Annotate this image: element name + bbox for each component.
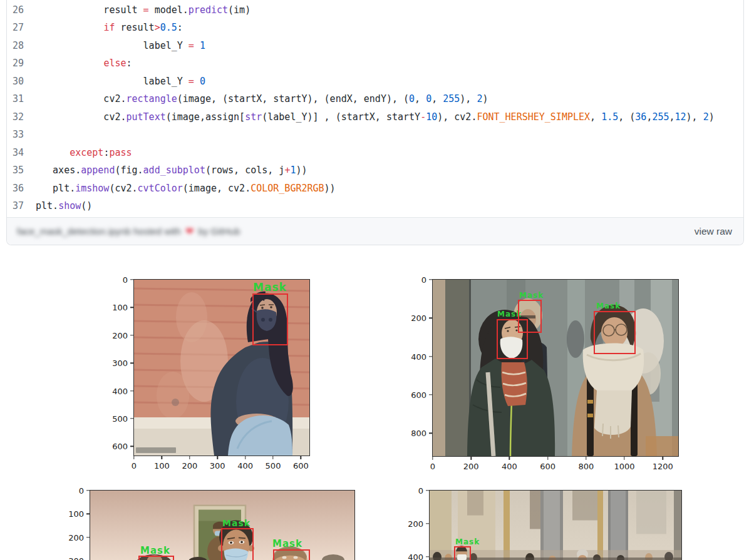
y-tick-mark (130, 390, 134, 391)
y-tick-label: 300 (112, 359, 128, 368)
x-tick-mark (432, 456, 433, 460)
code-line: 30 label_Y = 0 (7, 73, 743, 90)
x-tick-label: 0 (430, 462, 435, 471)
y-tick-mark (426, 556, 430, 557)
y-tick-mark (426, 523, 430, 524)
y-tick-label: 600 (112, 442, 128, 451)
photo-woman-brick-wall: 01002003004005006000100200300400500600Ma… (133, 279, 310, 456)
y-tick-label: 300 (68, 556, 84, 560)
blurred-filename-text: face_mask_detection.ipynb hosted with (17, 226, 181, 237)
line-number: 29 (7, 54, 24, 72)
x-tick-mark (217, 456, 217, 459)
y-tick-label: 600 (411, 390, 426, 399)
x-tick-mark (272, 456, 273, 459)
x-tick-label: 100 (154, 461, 170, 471)
y-tick-label: 0 (418, 486, 423, 496)
code-text: plt.show() (36, 197, 92, 215)
y-tick-label: 0 (123, 275, 128, 285)
detection-label: Mask (519, 292, 544, 299)
photo-gallery-mona-lisa: 0100200300MaskMaskMask (90, 490, 355, 560)
x-tick-label: 600 (540, 462, 555, 471)
code-line: 27 if result>0.5: (7, 19, 743, 36)
detection-label: Mask (253, 282, 287, 293)
x-tick-mark (301, 456, 301, 459)
y-tick-label: 200 (408, 519, 423, 529)
photo-two-women-street: 0200400600800020040060080010001200MaskMa… (432, 279, 679, 457)
line-number: 37 (7, 197, 24, 215)
line-number: 31 (7, 90, 24, 108)
x-tick-mark (470, 456, 471, 460)
code-line: 32 cv2.putText(image,assign[str(label_Y)… (7, 108, 743, 126)
detection-box (594, 311, 636, 354)
detection-box (273, 549, 310, 560)
y-tick-mark (429, 356, 433, 357)
line-number: 26 (7, 1, 24, 19)
y-tick-mark (429, 432, 433, 433)
y-tick-mark (86, 537, 90, 537)
y-tick-label: 800 (411, 429, 426, 438)
y-tick-mark (86, 490, 90, 491)
code-area: 26 result = model.predict(im)27 if resul… (7, 0, 743, 217)
y-tick-mark (130, 279, 134, 280)
y-tick-label: 100 (112, 303, 128, 312)
code-text: cv2.putText(image,assign[str(label_Y)] ,… (36, 108, 715, 126)
y-tick-mark (130, 446, 134, 447)
detection-label: Mask (140, 546, 170, 556)
code-line: 26 result = model.predict(im) (7, 1, 743, 19)
detection-label: Mask (596, 302, 621, 310)
y-tick-label: 400 (408, 552, 423, 560)
y-tick-label: 100 (68, 509, 84, 519)
code-text: if result>0.5: (36, 19, 183, 36)
x-tick-label: 200 (182, 461, 197, 471)
line-number: 33 (7, 126, 24, 143)
x-tick-mark (509, 456, 510, 460)
line-number: 36 (7, 180, 24, 197)
x-tick-label: 0 (132, 461, 137, 471)
y-tick-label: 200 (68, 532, 84, 542)
blurred-byline-text: by GitHub (199, 226, 240, 237)
code-text: plt.imshow(cv2.cvtColor(image, cv2.COLOR… (36, 180, 336, 197)
code-text: else: (36, 54, 132, 72)
code-line: 28 label_Y = 1 (7, 37, 743, 54)
code-line: 34 except:pass (7, 144, 743, 161)
line-number: 34 (7, 144, 24, 161)
x-tick-label: 200 (463, 462, 479, 471)
line-number: 30 (7, 73, 24, 90)
detection-box (252, 293, 288, 345)
x-tick-label: 500 (266, 461, 281, 471)
x-tick-label: 300 (210, 461, 225, 471)
x-tick-mark (133, 456, 134, 459)
y-tick-mark (130, 362, 134, 363)
detection-box (518, 300, 542, 333)
y-tick-mark (130, 335, 134, 335)
code-text: cv2.rectangle(image, (startX, startY), (… (36, 90, 488, 108)
x-tick-label: 1200 (653, 462, 673, 471)
detection-label: Mask (222, 519, 251, 527)
y-tick-mark (429, 279, 433, 280)
y-tick-mark (426, 490, 430, 491)
y-tick-mark (429, 394, 433, 395)
y-tick-mark (130, 418, 134, 419)
photo-scene-2 (433, 280, 678, 456)
gist-footer: face_mask_detection.ipynb hosted with ❤ … (7, 217, 743, 245)
view-raw-link[interactable]: view raw (695, 226, 732, 237)
x-tick-mark (162, 456, 162, 459)
y-tick-label: 0 (79, 486, 84, 496)
x-tick-label: 400 (502, 462, 517, 471)
x-tick-label: 800 (578, 462, 594, 471)
y-tick-mark (429, 318, 433, 318)
code-text: except:pass (36, 144, 132, 161)
detection-box (454, 546, 471, 560)
line-number: 27 (7, 19, 24, 36)
detection-label: Mask (272, 539, 302, 549)
x-tick-mark (189, 456, 190, 459)
y-tick-label: 400 (112, 386, 128, 395)
code-line: 37plt.show() (7, 197, 743, 215)
detection-box (138, 556, 174, 560)
y-tick-label: 200 (112, 330, 128, 340)
photo-watermark (136, 447, 176, 453)
photo-interior-crowd: 0200400Mask (429, 490, 682, 560)
y-tick-mark (130, 307, 134, 308)
code-line: 36 plt.imshow(cv2.cvtColor(image, cv2.CO… (7, 180, 743, 197)
y-tick-mark (86, 514, 90, 514)
